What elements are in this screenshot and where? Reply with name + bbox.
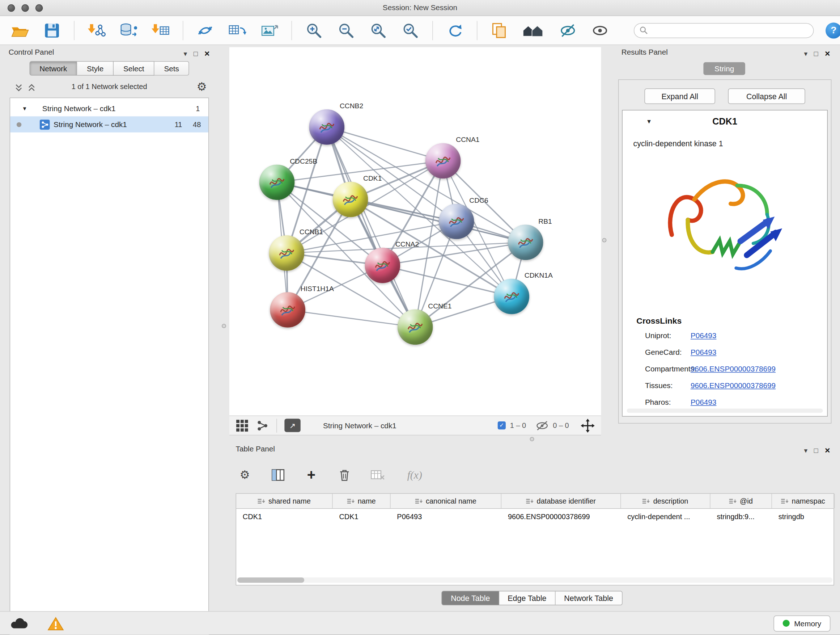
import-network-database-button[interactable] xyxy=(118,20,139,41)
column-header-description[interactable]: description xyxy=(621,494,710,508)
crosslink-value-link[interactable]: P06493 xyxy=(691,397,716,406)
column-header-canonical-name[interactable]: canonical name xyxy=(391,494,502,508)
search-icon xyxy=(639,27,647,35)
clone-network-button[interactable] xyxy=(489,20,509,41)
network-node-CCNA2[interactable] xyxy=(365,248,400,283)
column-sort-icon xyxy=(781,498,789,504)
open-in-new-window-button[interactable]: ↗ xyxy=(284,419,300,432)
tab-style[interactable]: Style xyxy=(77,61,114,76)
network-node-CCNE1[interactable] xyxy=(398,309,433,345)
warning-icon[interactable] xyxy=(47,616,64,631)
collapse-all-button[interactable]: Collapse All xyxy=(728,88,805,104)
crosslink-row: GeneCard:P06493 xyxy=(622,344,827,360)
selected-counts: 1 – 0 xyxy=(510,421,526,429)
tab-network[interactable]: Network xyxy=(29,61,77,76)
network-node-RB1[interactable] xyxy=(508,225,543,260)
zoom-selected-button[interactable] xyxy=(400,20,420,41)
panel-float-icon[interactable]: □ xyxy=(194,50,198,57)
network-collection-row[interactable]: ▼ String Network – cdk1 1 xyxy=(10,100,208,116)
export-image-button[interactable] xyxy=(259,20,279,41)
protein-card-header[interactable]: ▼ CDK1 xyxy=(622,111,827,134)
network-edge[interactable] xyxy=(287,310,415,327)
network-canvas[interactable]: CCNB2CCNA1CDC25BCDK1CDC6RB1CCNB1CCNA2CDK… xyxy=(229,47,601,415)
crosslink-value-link[interactable]: 9606.ENSP00000378699 xyxy=(691,381,775,390)
import-table-button[interactable] xyxy=(150,20,171,41)
crosslink-value-link[interactable]: P06493 xyxy=(691,331,716,340)
network-edge[interactable] xyxy=(327,127,415,327)
fit-selected-crosshair-icon[interactable] xyxy=(581,418,595,432)
panel-menu-icon[interactable]: ▾ xyxy=(184,50,187,57)
network-node-CCNA1[interactable] xyxy=(425,143,461,179)
network-row[interactable]: String Network – cdk1 11 48 xyxy=(10,116,208,132)
column-header-@id[interactable]: @id xyxy=(711,494,772,508)
results-scrollbar[interactable] xyxy=(627,409,823,413)
column-header-database-identifier[interactable]: database identifier xyxy=(501,494,621,508)
refresh-button[interactable] xyxy=(445,20,465,41)
network-edge[interactable] xyxy=(327,127,443,161)
column-header-name[interactable]: name xyxy=(333,494,391,508)
window-title: Session: New Session xyxy=(0,3,840,12)
panel-close-icon[interactable]: ✕ xyxy=(204,50,210,57)
save-session-button[interactable] xyxy=(42,20,62,41)
create-column-button[interactable]: + xyxy=(302,466,320,484)
panel-close-icon[interactable]: ✕ xyxy=(824,50,830,57)
zoom-fit-button[interactable] xyxy=(368,20,388,41)
network-node-CDK1[interactable] xyxy=(333,182,368,217)
network-node-CDKN1A[interactable] xyxy=(494,279,529,314)
memory-button[interactable]: Memory xyxy=(774,615,830,631)
scrollbar-thumb[interactable] xyxy=(237,578,304,583)
network-node-CDC25B[interactable] xyxy=(259,165,295,200)
search-input[interactable] xyxy=(651,27,808,35)
open-session-button[interactable] xyxy=(10,20,30,41)
search-box[interactable] xyxy=(634,23,814,38)
crosslink-value-link[interactable]: P06493 xyxy=(691,348,716,356)
zoom-in-button[interactable] xyxy=(304,20,324,41)
import-network-file-button[interactable] xyxy=(86,20,106,41)
tab-sets[interactable]: Sets xyxy=(155,61,189,76)
tab-node-table[interactable]: Node Table xyxy=(442,591,499,605)
table-row[interactable]: CDK1CDK1P064939606.ENSP00000378699cyclin… xyxy=(236,509,834,524)
tree-expand-icon[interactable]: ▼ xyxy=(22,105,27,111)
help-button[interactable]: ? xyxy=(826,22,840,38)
network-node-HIST1H1A[interactable] xyxy=(270,292,305,328)
network-merge-button[interactable] xyxy=(195,20,215,41)
panel-float-icon[interactable]: □ xyxy=(814,447,818,454)
zoom-out-button[interactable] xyxy=(336,20,356,41)
splitter-handle-right[interactable] xyxy=(602,238,607,242)
tab-edge-table[interactable]: Edge Table xyxy=(499,591,556,605)
network-from-table-button[interactable] xyxy=(227,20,248,41)
tab-network-table[interactable]: Network Table xyxy=(556,591,622,605)
panel-menu-icon[interactable]: ▾ xyxy=(804,50,807,57)
crosslink-row: Pharos:P06493 xyxy=(622,394,827,410)
arrow-ne-icon: ↗ xyxy=(289,421,295,430)
home-button[interactable] xyxy=(521,20,546,41)
delete-column-button[interactable] xyxy=(335,466,354,484)
network-node-CCNB2[interactable] xyxy=(309,109,344,145)
selected-checkbox-icon[interactable]: ✓ xyxy=(498,421,506,429)
tab-select[interactable]: Select xyxy=(114,61,154,76)
show-columns-button[interactable] xyxy=(269,466,287,484)
splitter-handle-bottom[interactable] xyxy=(530,437,534,441)
grid-view-icon[interactable] xyxy=(236,419,249,432)
expand-all-button[interactable]: Expand All xyxy=(645,88,715,104)
function-builder-button[interactable]: f(x) xyxy=(402,466,428,484)
hide-elements-button[interactable] xyxy=(558,20,578,41)
table-cell: 9606.ENSP00000378699 xyxy=(501,509,621,524)
panel-float-icon[interactable]: □ xyxy=(814,50,818,57)
show-elements-button[interactable] xyxy=(590,20,610,41)
tab-string[interactable]: String xyxy=(703,62,745,75)
panel-close-icon[interactable]: ✕ xyxy=(824,447,830,454)
table-settings-button[interactable]: ⚙ xyxy=(236,466,254,484)
delete-table-button[interactable] xyxy=(369,466,387,484)
splitter-handle-left[interactable] xyxy=(222,324,226,328)
gear-icon[interactable]: ⚙ xyxy=(197,80,207,93)
panel-menu-icon[interactable]: ▾ xyxy=(804,447,807,454)
crosslink-value-link[interactable]: 9606.ENSP00000378699 xyxy=(691,364,775,373)
column-header-namespac[interactable]: namespac xyxy=(772,494,835,508)
column-header-shared-name[interactable]: shared name xyxy=(236,494,333,508)
cloud-icon[interactable] xyxy=(10,616,28,630)
network-view-icon[interactable] xyxy=(256,419,269,432)
network-node-CDC6[interactable] xyxy=(439,204,474,239)
table-hscrollbar[interactable] xyxy=(237,578,832,583)
network-node-CCNB1[interactable] xyxy=(269,235,304,271)
